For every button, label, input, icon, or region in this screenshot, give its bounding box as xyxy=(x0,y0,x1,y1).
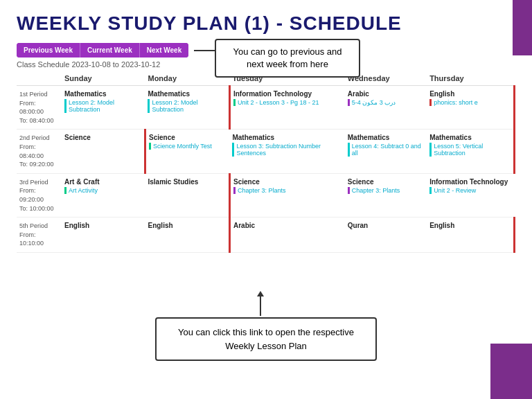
subject-title: Arabic xyxy=(348,90,424,98)
cell-thursday: Englishphonics: short e xyxy=(427,86,514,130)
subject-title: English xyxy=(429,222,511,229)
deco-bottom-right xyxy=(490,344,532,399)
bottom-arrow xyxy=(260,295,261,316)
cell-wednesday: ScienceChapter 3: Plants xyxy=(345,173,427,217)
subject-title: Science xyxy=(149,134,227,141)
cell-tuesday: Arabic xyxy=(229,218,344,253)
col-sunday: Sunday xyxy=(62,71,145,86)
subject-title: Science xyxy=(348,178,424,186)
subject-title: Islamic Studies xyxy=(148,178,225,186)
period-cell: 2nd Period From: 08:40:00 To: 09:20:00 xyxy=(17,130,62,173)
period-cell: 1st Period From: 08:00:00 To: 08:40:00 xyxy=(17,86,62,130)
subject-title: Information Technology xyxy=(233,90,342,98)
lesson-link[interactable]: Chapter 3: Plants xyxy=(348,187,424,194)
cell-tuesday: MathematicsLesson 3: Subtraction Number … xyxy=(229,130,344,173)
col-thursday: Thursday xyxy=(427,71,514,86)
subject-title: Mathematics xyxy=(348,134,424,141)
lesson-link[interactable]: Science Monthly Test xyxy=(149,143,227,150)
cell-wednesday: Arabicدرب 3 مكون 4-5 xyxy=(345,86,427,130)
period-cell: 3rd Period From: 09:20:00 To: 10:00:00 xyxy=(17,173,62,217)
cell-sunday: Science xyxy=(62,130,145,173)
cell-thursday: Information TechnologyUnit 2 - Review xyxy=(427,173,514,217)
bottom-tooltip: You can click this link to open the resp… xyxy=(155,317,377,361)
prev-week-button[interactable]: Previous Week xyxy=(17,43,80,57)
cell-thursday: MathematicsLesson 5: Vertical Subtractio… xyxy=(427,130,514,173)
cell-tuesday: Information TechnologyUnit 2 - Lesson 3 … xyxy=(229,86,344,130)
table-row: 1st Period From: 08:00:00 To: 08:40:00Ma… xyxy=(17,86,515,130)
current-week-button[interactable]: Current Week xyxy=(80,43,140,57)
lesson-link[interactable]: Lesson 3: Subtraction Number Sentences xyxy=(232,143,342,157)
cell-sunday: Art & CraftArt Activity xyxy=(62,173,145,217)
cell-monday: Islamic Studies xyxy=(145,173,229,217)
lesson-link[interactable]: Lesson 4: Subtract 0 and all xyxy=(348,143,424,157)
deco-top-right xyxy=(513,0,532,55)
subject-title: Arabic xyxy=(233,222,342,229)
subject-title: Science xyxy=(64,134,141,141)
subject-title: Quran xyxy=(348,222,424,229)
cell-wednesday: Quran xyxy=(345,218,427,253)
nav-buttons: Previous Week Current Week Next Week xyxy=(17,43,188,57)
col-period xyxy=(17,71,62,86)
cell-sunday: English xyxy=(62,218,145,253)
cell-tuesday: ScienceChapter 3: Plants xyxy=(229,173,344,217)
lesson-link[interactable]: Chapter 3: Plants xyxy=(233,187,342,194)
cell-thursday: English xyxy=(427,218,514,253)
lesson-link[interactable]: Lesson 2: Model Subtraction xyxy=(148,99,225,113)
cell-sunday: MathematicsLesson 2: Model Subtraction xyxy=(62,86,145,130)
lesson-link[interactable]: Unit 2 - Review xyxy=(429,187,511,194)
subject-title: Mathematics xyxy=(64,90,142,98)
table-row: 5th Period From: 10:10:00EnglishEnglishA… xyxy=(17,218,515,253)
schedule-table-wrapper: Sunday Monday Tuesday Wednesday Thursday… xyxy=(0,71,532,253)
next-week-button[interactable]: Next Week xyxy=(140,43,188,57)
cell-monday: MathematicsLesson 2: Model Subtraction xyxy=(145,86,229,130)
page-title: Weekly Study Plan (1) - Schedule xyxy=(0,0,532,39)
period-cell: 5th Period From: 10:10:00 xyxy=(17,218,62,253)
controls-row: Previous Week Current Week Next Week You… xyxy=(0,39,532,59)
lesson-link[interactable]: phonics: short e xyxy=(429,99,511,106)
lesson-link[interactable]: Lesson 2: Model Subtraction xyxy=(64,99,142,113)
subject-title: Art & Craft xyxy=(64,178,142,186)
subject-title: Information Technology xyxy=(429,178,511,186)
subject-title: Science xyxy=(233,178,342,186)
lesson-link[interactable]: Unit 2 - Lesson 3 - Pg 18 - 21 xyxy=(233,99,342,106)
cell-monday: ScienceScience Monthly Test xyxy=(145,130,229,173)
schedule-table: Sunday Monday Tuesday Wednesday Thursday… xyxy=(17,71,515,253)
subject-title: English xyxy=(148,222,225,229)
table-row: 2nd Period From: 08:40:00 To: 09:20:00Sc… xyxy=(17,130,515,173)
cell-monday: English xyxy=(145,218,229,253)
top-tooltip: You can go to previous and next week fro… xyxy=(215,39,360,78)
subject-title: English xyxy=(429,90,511,98)
cell-wednesday: MathematicsLesson 4: Subtract 0 and all xyxy=(345,130,427,173)
lesson-link[interactable]: Lesson 5: Vertical Subtraction xyxy=(429,143,511,157)
subject-title: Mathematics xyxy=(429,134,511,141)
subject-title: English xyxy=(64,222,142,229)
subject-title: Mathematics xyxy=(232,134,342,141)
table-row: 3rd Period From: 09:20:00 To: 10:00:00Ar… xyxy=(17,173,515,217)
lesson-link[interactable]: درب 3 مكون 4-5 xyxy=(348,99,424,106)
subject-title: Mathematics xyxy=(148,90,225,98)
lesson-link[interactable]: Art Activity xyxy=(64,187,142,194)
